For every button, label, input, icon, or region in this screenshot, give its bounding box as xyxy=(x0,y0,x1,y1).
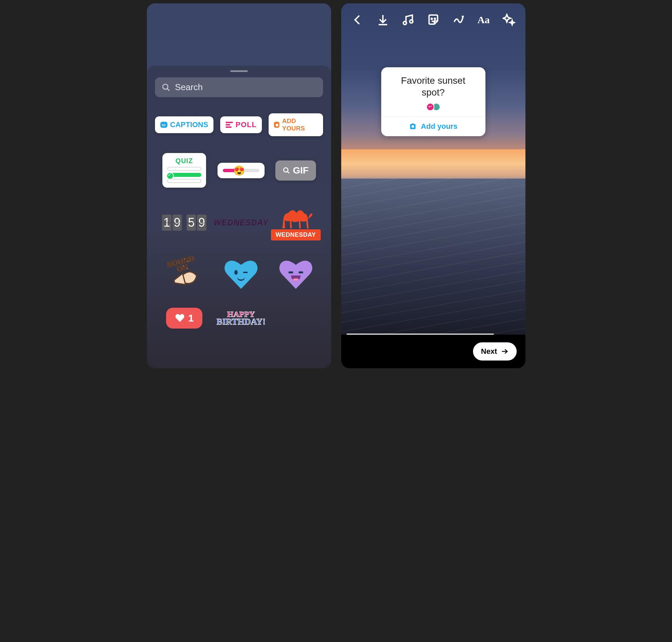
quiz-option-bar xyxy=(167,167,202,171)
story-progress-indicator xyxy=(347,334,494,335)
arrow-right-icon xyxy=(501,347,509,356)
avatar-reply-icon xyxy=(426,103,434,111)
sticker-grid: cc CAPTIONS POLL ADD YOURS QUIZ xyxy=(155,113,323,329)
svg-point-0 xyxy=(163,84,168,89)
next-button-label: Next xyxy=(481,347,497,356)
sticker-time[interactable]: 1 9 5 9 xyxy=(162,215,206,231)
text-button[interactable]: Aa xyxy=(477,13,490,26)
sparkle-icon xyxy=(503,13,515,26)
sticker-add-yours[interactable]: ADD YOURS xyxy=(269,113,323,136)
poll-label: POLL xyxy=(236,120,257,129)
sticker-gif[interactable]: GIF xyxy=(275,160,316,181)
gif-label: GIF xyxy=(293,165,309,176)
search-icon xyxy=(162,83,170,92)
search-icon xyxy=(283,167,290,174)
slider-track: 😍 xyxy=(223,169,259,172)
quiz-correct-bar xyxy=(167,173,202,177)
svg-line-1 xyxy=(167,88,169,91)
tray-drag-handle[interactable] xyxy=(230,70,248,72)
participant-avatars xyxy=(381,103,486,116)
sticker-sound-on[interactable]: SOUND ON xyxy=(169,258,199,290)
music-button[interactable] xyxy=(402,13,414,26)
sticker-quiz[interactable]: QUIZ xyxy=(163,153,206,188)
clock-digit: 9 xyxy=(172,215,182,231)
camel-icon xyxy=(277,204,314,231)
like-count-value: 1 xyxy=(188,312,194,324)
clock-digit: 9 xyxy=(197,215,206,231)
story-editor-screen: Aa Favorite sunset spot? Add yours Next xyxy=(341,3,526,368)
sticker-heart-purple[interactable] xyxy=(277,257,314,291)
sticker-poll[interactable]: POLL xyxy=(220,116,262,133)
quiz-option-bar xyxy=(167,179,202,183)
sticker-heart-blue[interactable] xyxy=(222,257,259,291)
svg-point-6 xyxy=(403,22,406,25)
sticker-day-text[interactable]: WEDNESDAY xyxy=(214,218,268,227)
svg-line-3 xyxy=(287,171,289,173)
wednesday-label: WEDNESDAY xyxy=(214,218,268,227)
sticker-like-count[interactable]: 1 xyxy=(166,308,203,329)
sparkle-button[interactable] xyxy=(503,13,515,26)
add-yours-label: ADD YOURS xyxy=(282,117,317,132)
download-button[interactable] xyxy=(376,13,389,26)
sunset-horizon xyxy=(341,149,526,186)
add-yours-prompt-card[interactable]: Favorite sunset spot? Add yours xyxy=(381,67,486,136)
cc-icon: cc xyxy=(160,122,167,128)
squiggle-icon xyxy=(452,13,465,26)
sticker-captions[interactable]: cc CAPTIONS xyxy=(155,116,214,133)
svg-point-11 xyxy=(412,125,414,128)
svg-point-9 xyxy=(434,18,435,19)
next-button[interactable]: Next xyxy=(473,342,517,360)
sticker-button[interactable] xyxy=(427,13,440,26)
sticker-tray: Search cc CAPTIONS POLL ADD YOURS xyxy=(147,66,331,368)
captions-label: CAPTIONS xyxy=(170,120,208,129)
search-placeholder: Search xyxy=(175,82,203,92)
add-yours-action-label: Add yours xyxy=(421,122,457,131)
sticker-tray-screen: Search cc CAPTIONS POLL ADD YOURS xyxy=(147,3,331,368)
birthday-label: BIRTHDAY! xyxy=(217,318,266,325)
sticker-smiley-icon xyxy=(427,13,440,26)
svg-point-2 xyxy=(284,167,288,172)
story-editor-toolbar: Aa xyxy=(341,13,526,26)
text-tool-label: Aa xyxy=(477,14,490,26)
clock-digit: 5 xyxy=(186,215,196,231)
sticker-hump-day[interactable]: WEDNESDAY xyxy=(271,204,321,241)
svg-point-10 xyxy=(462,15,464,17)
sticker-happy-birthday[interactable]: HAPPY BIRTHDAY! xyxy=(217,311,266,326)
quiz-label: QUIZ xyxy=(167,157,202,165)
sticker-search-input[interactable]: Search xyxy=(155,77,323,97)
sticker-emoji-slider[interactable]: 😍 xyxy=(218,163,264,178)
heart-filled-icon xyxy=(175,313,185,323)
svg-point-7 xyxy=(410,20,413,23)
svg-point-8 xyxy=(431,18,432,19)
story-background-image xyxy=(341,3,526,368)
camel-wednesday-label: WEDNESDAY xyxy=(271,229,321,241)
back-button[interactable] xyxy=(351,13,364,26)
effects-button[interactable] xyxy=(452,13,465,26)
heart-eyes-emoji-icon: 😍 xyxy=(233,165,245,176)
prompt-question: Favorite sunset spot? xyxy=(381,67,486,103)
poll-icon xyxy=(225,122,233,128)
story-bottom-bar: Next xyxy=(341,335,526,368)
chevron-left-icon xyxy=(351,13,364,26)
add-yours-action[interactable]: Add yours xyxy=(381,117,486,136)
camera-icon xyxy=(274,122,280,128)
clock-digit: 1 xyxy=(162,215,171,231)
camera-icon xyxy=(409,123,417,130)
download-icon xyxy=(376,13,389,26)
music-icon xyxy=(402,13,414,26)
